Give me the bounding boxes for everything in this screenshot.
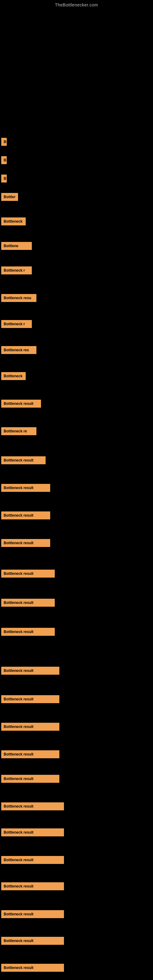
bottleneck-label-14: Bottleneck result: [1, 456, 46, 464]
bottleneck-item-26: Bottleneck result: [1, 802, 64, 811]
bottleneck-item-15: Bottleneck result: [1, 484, 50, 493]
bottleneck-label-5: Bottleneck: [1, 218, 26, 225]
bottleneck-item-28: Bottleneck result: [1, 856, 64, 865]
bottleneck-item-14: Bottleneck result: [1, 456, 46, 466]
bottleneck-item-23: Bottleneck result: [1, 723, 59, 732]
bottleneck-item-17: Bottleneck result: [1, 539, 50, 548]
bottleneck-item-20: Bottleneck result: [1, 628, 55, 637]
bottleneck-item-24: Bottleneck result: [1, 750, 59, 759]
bottleneck-item-4: Bottler: [1, 193, 18, 202]
bottleneck-item-9: Bottleneck r: [1, 320, 32, 329]
bottleneck-label-28: Bottleneck result: [1, 856, 64, 864]
bottleneck-label-22: Bottleneck result: [1, 695, 59, 703]
bottleneck-item-12: Bottleneck result: [1, 400, 41, 409]
bottleneck-label-6: Bottlene: [1, 242, 32, 250]
bottleneck-label-12: Bottleneck result: [1, 400, 41, 407]
bottleneck-item-10: Bottleneck res: [1, 346, 37, 355]
bottleneck-label-25: Bottleneck result: [1, 775, 59, 783]
bottleneck-item-27: Bottleneck result: [1, 829, 64, 838]
bottleneck-item-8: Bottleneck resu: [1, 294, 37, 303]
bottleneck-item-29: Bottleneck result: [1, 882, 64, 891]
bottleneck-label-11: Bottleneck: [1, 372, 26, 380]
bottleneck-item-19: Bottleneck result: [1, 599, 55, 608]
bottleneck-label-3: B: [1, 175, 7, 183]
bottleneck-item-21: Bottleneck result: [1, 667, 59, 676]
bottleneck-item-31: Bottleneck result: [1, 937, 64, 946]
bottleneck-label-13: Bottleneck re: [1, 427, 37, 435]
bottleneck-label-15: Bottleneck result: [1, 484, 50, 492]
bottleneck-item-3: B: [1, 175, 7, 184]
bottleneck-label-24: Bottleneck result: [1, 750, 59, 758]
bottleneck-label-23: Bottleneck result: [1, 723, 59, 731]
bottleneck-item-7: Bottleneck r: [1, 266, 32, 275]
bottleneck-label-16: Bottleneck result: [1, 511, 50, 519]
bottleneck-item-5: Bottleneck: [1, 218, 26, 227]
bottleneck-label-21: Bottleneck result: [1, 667, 59, 675]
site-title: TheBottlenecker.com: [0, 0, 153, 7]
bottleneck-item-25: Bottleneck result: [1, 775, 59, 784]
bottleneck-label-19: Bottleneck result: [1, 599, 55, 607]
bottleneck-item-32: Bottleneck result: [1, 964, 64, 973]
bottleneck-item-30: Bottleneck result: [1, 910, 64, 920]
bottleneck-label-32: Bottleneck result: [1, 964, 64, 972]
bottleneck-label-10: Bottleneck res: [1, 346, 37, 354]
bottleneck-label-1: B: [1, 138, 7, 146]
bottleneck-label-9: Bottleneck r: [1, 320, 32, 328]
bottleneck-label-2: B: [1, 156, 7, 164]
bottleneck-item-13: Bottleneck re: [1, 427, 37, 436]
bottleneck-label-27: Bottleneck result: [1, 829, 64, 836]
bottleneck-label-20: Bottleneck result: [1, 628, 55, 636]
bottleneck-label-7: Bottleneck r: [1, 266, 32, 274]
bottleneck-item-2: B: [1, 156, 7, 165]
bottleneck-item-16: Bottleneck result: [1, 511, 50, 520]
bottleneck-label-18: Bottleneck result: [1, 570, 55, 578]
bottleneck-label-4: Bottler: [1, 193, 18, 201]
bottleneck-item-11: Bottleneck: [1, 372, 26, 381]
bottleneck-item-22: Bottleneck result: [1, 695, 59, 705]
bottleneck-item-1: B: [1, 138, 7, 147]
bottleneck-label-29: Bottleneck result: [1, 882, 64, 890]
bottleneck-label-17: Bottleneck result: [1, 539, 50, 547]
bottleneck-label-8: Bottleneck resu: [1, 294, 37, 302]
bottleneck-label-30: Bottleneck result: [1, 910, 64, 918]
bottleneck-item-18: Bottleneck result: [1, 570, 55, 579]
bottleneck-item-6: Bottlene: [1, 242, 32, 251]
bottleneck-label-31: Bottleneck result: [1, 937, 64, 945]
bottleneck-label-26: Bottleneck result: [1, 802, 64, 810]
